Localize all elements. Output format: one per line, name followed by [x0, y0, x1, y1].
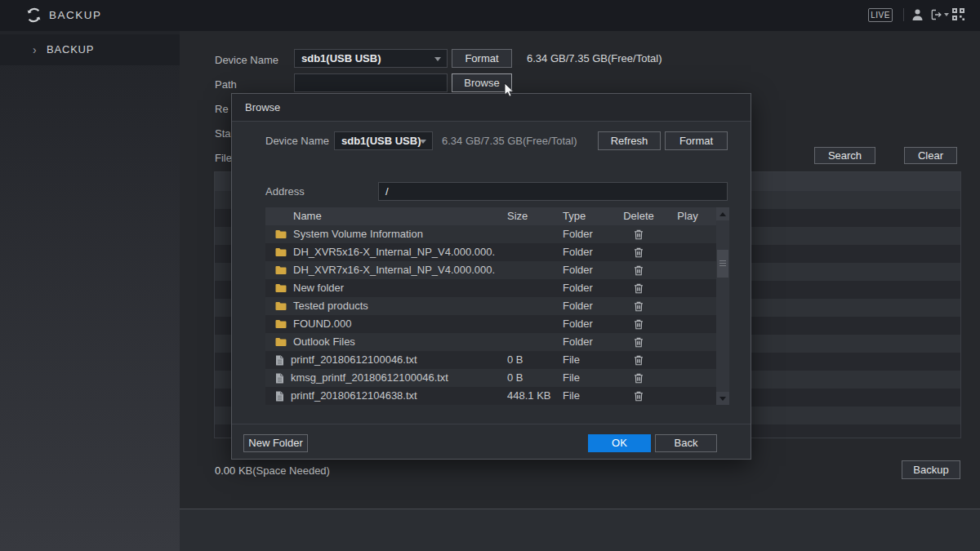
page-title: BACKUP	[49, 0, 102, 31]
file-type-cell: Folder	[553, 279, 618, 297]
delete-file-button[interactable]	[618, 225, 659, 243]
file-type-cell: Folder	[553, 297, 618, 315]
file-name-cell: System Volume Information	[265, 225, 496, 243]
file-type-cell: File	[553, 369, 618, 387]
column-header-delete: Delete	[618, 207, 659, 225]
file-name-text: DH_XVR7x16-X_Internal_NP_V4.000.000...	[293, 261, 496, 279]
sidebar-item-label: BACKUP	[47, 34, 94, 65]
column-header-name[interactable]: Name	[265, 207, 496, 225]
chevron-right-icon: ›	[33, 34, 37, 65]
modal-device-name-select[interactable]: sdb1(USB USB)	[334, 131, 433, 150]
delete-file-button[interactable]	[618, 315, 659, 333]
logout-icon[interactable]	[930, 8, 943, 24]
file-size-cell: 0 B	[496, 369, 553, 387]
file-table-row[interactable]: Outlook FilesFolder	[265, 333, 716, 351]
file-name-text: New folder	[293, 279, 344, 297]
delete-file-button[interactable]	[618, 333, 659, 351]
file-size-cell: 448.1 KB	[496, 387, 553, 405]
back-button[interactable]: Back	[655, 434, 717, 452]
scrollbar[interactable]	[716, 207, 729, 405]
backup-button[interactable]: Backup	[902, 460, 960, 479]
delete-file-button[interactable]	[618, 387, 659, 405]
new-folder-button[interactable]: New Folder	[243, 434, 308, 452]
folder-icon	[275, 301, 287, 311]
device-name-select[interactable]: sdb1(USB USB)	[294, 49, 448, 68]
modal-format-button[interactable]: Format	[665, 131, 728, 150]
file-table-row[interactable]: New folderFolder	[265, 279, 716, 297]
file-name-cell: printf_20180612104638.txt	[265, 387, 496, 405]
file-table-row[interactable]: Tested productsFolder	[265, 297, 716, 315]
scroll-down-button[interactable]	[716, 392, 729, 405]
file-name-text: Tested products	[293, 297, 368, 315]
footer-divider	[232, 424, 751, 424]
user-icon[interactable]	[911, 8, 924, 24]
column-header-size[interactable]: Size	[496, 207, 553, 225]
folder-icon	[275, 337, 287, 347]
path-input[interactable]	[294, 73, 448, 92]
delete-file-button[interactable]	[618, 261, 659, 279]
address-input[interactable]: /	[378, 182, 728, 201]
column-header-type[interactable]: Type	[553, 207, 618, 225]
file-name-text: Outlook Files	[293, 333, 355, 351]
record-label-partial: Re	[215, 100, 229, 118]
file-name-text: DH_XVR5x16-X_Internal_NP_V4.000.000...	[293, 243, 496, 261]
folder-icon	[275, 229, 287, 239]
file-name-text: printf_20180612104638.txt	[291, 387, 417, 405]
trash-icon	[634, 228, 644, 240]
trash-icon	[634, 246, 644, 258]
folder-icon	[275, 265, 287, 275]
trash-icon	[634, 282, 644, 294]
address-value: /	[385, 185, 389, 198]
file-name-cell: DH_XVR7x16-X_Internal_NP_V4.000.000...	[265, 261, 496, 279]
file-name-cell: New folder	[265, 279, 496, 297]
clear-button[interactable]: Clear	[904, 147, 957, 164]
space-needed-text: 0.00 KB(Space Needed)	[215, 461, 330, 480]
chevron-down-icon	[420, 140, 426, 144]
topbar: BACKUP LIVE	[0, 0, 980, 31]
delete-file-button[interactable]	[618, 297, 659, 315]
triangle-up-icon	[719, 212, 726, 216]
trash-icon	[634, 389, 644, 402]
logout-caret-icon[interactable]	[944, 13, 949, 16]
delete-file-button[interactable]	[618, 243, 659, 261]
address-label: Address	[265, 182, 305, 201]
file-name-cell: Tested products	[265, 297, 496, 315]
modal-device-name-label: Device Name	[265, 131, 329, 150]
file-type-cell: File	[553, 387, 618, 405]
file-table-row[interactable]: printf_20180612100046.txt0 BFile	[265, 351, 716, 369]
trash-icon	[634, 335, 644, 348]
refresh-button[interactable]: Refresh	[598, 131, 661, 150]
scroll-up-button[interactable]	[716, 207, 729, 220]
delete-file-button[interactable]	[618, 279, 659, 297]
sidebar: › BACKUP	[0, 31, 180, 551]
search-button[interactable]: Search	[814, 147, 875, 164]
file-type-cell: Folder	[553, 225, 618, 243]
file-table-row[interactable]: System Volume InformationFolder	[265, 225, 716, 243]
file-name-cell: printf_20180612100046.txt	[265, 351, 496, 369]
sidebar-item-backup[interactable]: › BACKUP	[0, 34, 180, 65]
delete-file-button[interactable]	[618, 351, 659, 369]
file-label-partial: File	[215, 149, 232, 167]
trash-icon	[634, 353, 644, 366]
ok-button[interactable]: OK	[588, 434, 651, 452]
file-table-row[interactable]: FOUND.000Folder	[265, 315, 716, 333]
file-table-row[interactable]: printf_20180612104638.txt448.1 KBFile	[265, 387, 716, 405]
device-name-value: sdb1(USB USB)	[301, 52, 381, 64]
file-name-text: printf_20180612100046.txt	[291, 351, 417, 369]
file-name-cell: Outlook Files	[265, 333, 496, 351]
device-name-label: Device Name	[215, 51, 278, 69]
folder-icon	[275, 283, 287, 293]
delete-file-button[interactable]	[618, 369, 659, 387]
file-table-body: System Volume InformationFolderDH_XVR5x1…	[265, 225, 716, 405]
format-button[interactable]: Format	[452, 49, 512, 68]
live-button[interactable]: LIVE	[868, 8, 893, 22]
file-table-row[interactable]: DH_XVR7x16-X_Internal_NP_V4.000.000...Fo…	[265, 261, 716, 279]
browse-button[interactable]: Browse	[452, 73, 512, 92]
file-type-cell: Folder	[553, 333, 618, 351]
qr-code-icon[interactable]	[952, 8, 964, 24]
file-table-row[interactable]: kmsg_printf_20180612100046.txt0 BFile	[265, 369, 716, 387]
file-table-header: Name Size Type Delete Play	[265, 207, 729, 225]
scrollbar-thumb[interactable]	[717, 250, 728, 278]
file-table-row[interactable]: DH_XVR5x16-X_Internal_NP_V4.000.000...Fo…	[265, 243, 716, 261]
trash-icon	[634, 300, 644, 312]
